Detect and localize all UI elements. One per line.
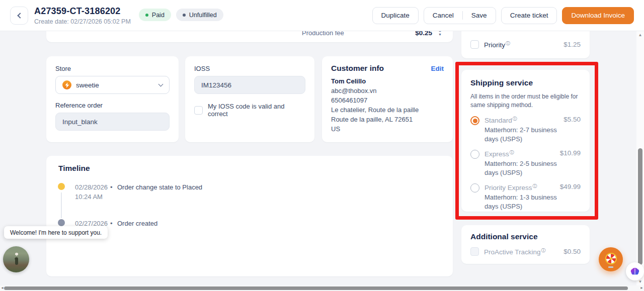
- chevron-down-icon: [158, 81, 164, 86]
- reference-order-input[interactable]: [55, 113, 170, 131]
- stepper-down-icon[interactable]: ▼: [438, 33, 442, 37]
- priority-checkbox[interactable]: [470, 40, 479, 49]
- store-card: Store sweetie Reference order: [46, 56, 179, 142]
- express-radio[interactable]: [470, 150, 479, 159]
- save-button[interactable]: Save: [463, 12, 496, 19]
- header-actions: Duplicate Cancel Save Create ticket Down…: [372, 7, 634, 24]
- customer-info-title: Customer info: [331, 64, 384, 73]
- unfulfilled-dot-icon: [183, 14, 186, 17]
- timeline-event-datetime: 02/28/2026 10:24 AM: [75, 182, 108, 202]
- vertical-scrollbar[interactable]: ▲ ▼: [636, 31, 644, 285]
- timeline-event-text: Order created: [117, 220, 157, 227]
- horizontal-scrollbar[interactable]: ◄ ►: [0, 285, 644, 291]
- order-create-date: Create date: 02/27/2026 05:02 PM: [34, 18, 131, 25]
- fees-card-clipped: Production fee $0.25 ▲ ▼: [46, 31, 453, 42]
- info-icon: ⓘ: [506, 41, 510, 46]
- timeline-card: Timeline 02/28/2026 10:24 AM • Order cha…: [46, 156, 453, 276]
- prize-wheel-icon: [605, 253, 617, 264]
- back-button[interactable]: [10, 7, 28, 25]
- express-price: $10.99: [560, 149, 581, 157]
- customer-phone: 6506461097: [331, 96, 444, 104]
- customer-name: Tom Celillo: [331, 77, 444, 85]
- express-label: Expressⓘ: [485, 149, 514, 158]
- create-ticket-button[interactable]: Create ticket: [501, 7, 557, 24]
- timeline-title: Timeline: [58, 164, 90, 173]
- paid-dot-icon: [145, 14, 148, 17]
- ioss-label: IOSS: [194, 65, 305, 72]
- shipping-service-card: Shipping service All items in the order …: [461, 70, 590, 212]
- customer-email: abc@thobox.vn: [331, 87, 444, 94]
- ioss-checkbox[interactable]: [194, 106, 203, 115]
- bullet-icon: •: [110, 183, 113, 191]
- fee-stepper: ▲ ▼: [438, 31, 442, 37]
- store-label: Store: [55, 65, 170, 72]
- priority-express-radio[interactable]: [470, 183, 479, 192]
- proactive-tracking-price: $0.50: [564, 248, 581, 255]
- ioss-checkbox-row: My IOSS code is valid and correct: [194, 103, 305, 118]
- shipping-option-body: Standardⓘ $5.50 Matterhorn: 2-7 business…: [485, 116, 581, 143]
- priority-row: Priorityⓘ $1.25: [470, 40, 581, 49]
- customer-address-1: Le chatelier, Route de la paille: [331, 106, 444, 114]
- shipping-service-title: Shipping service: [470, 78, 581, 87]
- proactive-tracking-checkbox[interactable]: [470, 247, 479, 256]
- scroll-right-icon[interactable]: ►: [640, 286, 643, 289]
- info-icon: ⓘ: [541, 248, 546, 253]
- vertical-scrollbar-thumb[interactable]: [638, 148, 642, 265]
- ioss-input[interactable]: [194, 76, 305, 94]
- priority-express-price: $49.99: [560, 183, 581, 190]
- store-select[interactable]: sweetie: [55, 76, 170, 94]
- express-detail: Matterhorn: 2-5 business days (USPS): [485, 159, 564, 177]
- support-agent-avatar[interactable]: [3, 246, 29, 272]
- chevron-left-icon: [17, 13, 23, 18]
- standard-detail: Matterhorn: 2-7 business days (USPS): [485, 126, 564, 143]
- proactive-tracking-label: ProActive Trackingⓘ: [484, 247, 546, 256]
- ioss-checkbox-label: My IOSS code is valid and correct: [208, 103, 305, 118]
- priority-label: Priorityⓘ: [484, 40, 510, 49]
- proactive-tracking-row: ProActive Trackingⓘ $0.50: [470, 247, 581, 256]
- info-icon: ⓘ: [533, 183, 537, 188]
- info-icon: ⓘ: [510, 150, 514, 155]
- production-fee-value: $0.25: [415, 31, 432, 37]
- edit-customer-link[interactable]: Edit: [431, 65, 444, 72]
- production-fee-row: Production fee $0.25 ▲ ▼: [46, 31, 453, 40]
- customer-address-2: Route de la paille, AL 72651: [331, 116, 444, 123]
- priority-express-detail: Matterhorn: 1-3 business days (USPS): [485, 193, 564, 211]
- priority-card: Priorityⓘ $1.25: [461, 31, 590, 58]
- production-fee-label: Production fee: [302, 31, 344, 37]
- customer-info-header: Customer info Edit: [331, 64, 444, 73]
- additional-service-title: Additional service: [470, 232, 581, 241]
- ai-assistant-button[interactable]: [626, 262, 644, 280]
- additional-service-card: Additional service ProActive Trackingⓘ $…: [461, 225, 590, 264]
- store-flash-icon: [62, 80, 71, 89]
- order-content: Production fee $0.25 ▲ ▼ Store sweetie R…: [0, 31, 644, 291]
- timeline-event-date: 02/28/2026: [75, 182, 108, 192]
- standard-label: Standardⓘ: [485, 116, 517, 124]
- unfulfilled-badge: Unfulfilled: [176, 9, 223, 21]
- chat-launcher-button[interactable]: [599, 247, 623, 271]
- shipping-option-priority-express: Priority Expressⓘ $49.99 Matterhorn: 1-3…: [470, 183, 581, 211]
- duplicate-button[interactable]: Duplicate: [372, 7, 419, 24]
- shipping-option-head: Expressⓘ $10.99: [485, 149, 581, 158]
- download-invoice-button[interactable]: Download Invoice: [562, 7, 634, 24]
- prize-wheel-stand: [608, 266, 613, 268]
- customer-country: US: [331, 125, 444, 133]
- cancel-save-group: Cancel Save: [424, 7, 496, 24]
- order-id-title: A27359-CT-3186202: [34, 6, 131, 17]
- cancel-button[interactable]: Cancel: [424, 12, 462, 19]
- order-title-block: A27359-CT-3186202 Create date: 02/27/202…: [34, 6, 131, 25]
- order-header: A27359-CT-3186202 Create date: 02/27/202…: [0, 0, 644, 31]
- scroll-down-icon[interactable]: ▼: [636, 279, 644, 284]
- store-select-value: sweetie: [76, 81, 154, 89]
- shipping-service-description: All items in the order must be eligible …: [470, 92, 581, 110]
- standard-price: $5.50: [564, 116, 581, 123]
- priority-price: $1.25: [564, 41, 581, 48]
- scroll-left-icon[interactable]: ◄: [1, 286, 4, 289]
- timeline-connector: [61, 192, 62, 218]
- horizontal-scrollbar-thumb[interactable]: [4, 286, 628, 290]
- timeline-dot-icon: [58, 183, 65, 190]
- scroll-up-icon[interactable]: ▲: [636, 33, 644, 37]
- reference-order-label: Reference order: [55, 102, 170, 109]
- standard-radio[interactable]: [470, 116, 479, 125]
- shipping-option-body: Expressⓘ $10.99 Matterhorn: 2-5 business…: [485, 149, 581, 177]
- priority-express-label: Priority Expressⓘ: [485, 183, 537, 191]
